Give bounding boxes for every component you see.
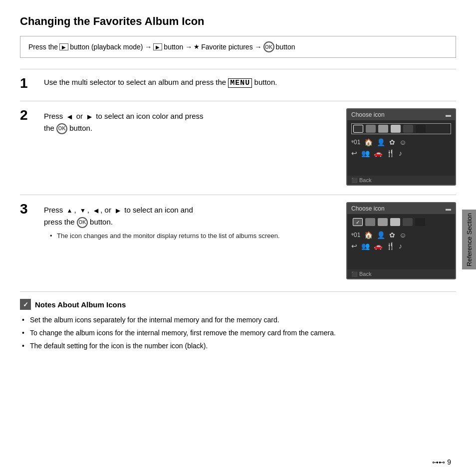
swatch-gray1: [366, 125, 376, 133]
step-2-number: 2: [20, 108, 38, 122]
icon-s-flower: ✿: [389, 231, 395, 239]
right-arrow-3: ▶: [113, 206, 122, 215]
battery-icon-2: ▬: [446, 112, 451, 118]
reference-tab-label: Reference Section: [466, 213, 473, 266]
bullet-1: The icon changes and the monitor display…: [50, 231, 337, 241]
notes-checkmark-icon: [20, 299, 31, 310]
swatch-gray3: [391, 125, 401, 133]
icon-s-house: 🏠: [364, 231, 373, 239]
screen-3-header: Choose icon ▬: [347, 203, 455, 214]
icon-row-3-1: ᵠ01 🏠 👤 ✿ ☺: [351, 231, 451, 239]
back-icon-2: ⬛: [351, 178, 357, 183]
page-icon: ⊶⊷: [432, 459, 445, 466]
back-icon-3: ⬛: [351, 271, 357, 277]
swatch-s4: [403, 218, 413, 226]
menu-label: MENU: [228, 78, 252, 88]
icon-row-2: ↩ 👥 🚗 🍴 ♪: [351, 149, 451, 157]
instruction-text-4: Favorite pictures →: [201, 42, 261, 52]
left-arrow-3: ◀: [91, 206, 100, 215]
step-3-number: 3: [20, 202, 38, 216]
swatch-gray2: [378, 125, 388, 133]
icon-flower: ✿: [389, 138, 395, 146]
step-3-bullets: The icon changes and the monitor display…: [44, 231, 337, 241]
reference-tab: Reference Section: [462, 210, 476, 269]
step-2-content: Press ◀ or ▶ to select an icon color and…: [44, 108, 337, 137]
ok-icon-inline: OK: [263, 41, 274, 52]
icon-row-1: ᵠ01 🏠 👤 ✿ ☺: [351, 138, 451, 146]
screen-2-header: Choose icon ▬: [347, 109, 455, 120]
screen-3-title: Choose icon: [351, 205, 385, 212]
swatch-check: ✓: [353, 218, 363, 226]
playback-icon: ▶: [59, 43, 68, 50]
icon-s-01: ᵠ01: [351, 232, 360, 238]
notes-section: Notes About Album Icons Set the album ic…: [20, 291, 456, 351]
down-arrow: ▼: [78, 206, 87, 215]
up-arrow: ▲: [65, 206, 74, 215]
swatch-dark: [403, 125, 413, 133]
page-number-area: ⊶⊷ 9: [432, 458, 451, 466]
icon-person: 👤: [377, 138, 385, 146]
swatch-darkest: [416, 125, 426, 133]
back-label-2: Back: [359, 177, 371, 183]
note-item-3: The default setting for the icon is the …: [22, 341, 456, 352]
step-3-inner: Press ▲, ▼, ◀, or ▶ to select an icon an…: [44, 202, 456, 279]
right-arrow-2: ▶: [85, 112, 94, 121]
icon-row-3-2: ↩ 👥 🚗 🍴 ♪: [351, 242, 451, 250]
left-arrow-2: ◀: [65, 112, 74, 121]
screen-2-title: Choose icon: [351, 111, 385, 118]
step-2-inner: Press ◀ or ▶ to select an icon color and…: [44, 108, 456, 186]
instruction-text-3: button →: [164, 42, 192, 52]
instruction-text-5: button: [276, 42, 295, 52]
icon-s-music: ♪: [399, 242, 402, 250]
note-item-1: Set the album icons separately for the i…: [22, 315, 456, 326]
camera-screen-2: Choose icon ▬ ᵠ01: [346, 108, 456, 186]
icon-face: ☺: [399, 138, 406, 146]
notes-header: Notes About Album Icons: [20, 299, 456, 310]
icon-food: 🍴: [386, 149, 395, 157]
step-3-text: Press ▲, ▼, ◀, or ▶ to select an icon an…: [44, 204, 337, 228]
color-row-2: [351, 123, 451, 134]
step-2: 2 Press ◀ or ▶ to select an icon color a…: [20, 101, 456, 186]
step-2-text: Press ◀ or ▶ to select an icon color and…: [44, 110, 337, 134]
instruction-text: Press the: [28, 42, 58, 52]
instruction-text-2: button (playback mode) →: [70, 42, 152, 52]
swatch-s2: [378, 218, 388, 226]
swatch-s3: [390, 218, 400, 226]
screen-3-footer: ⬛ Back: [347, 269, 455, 278]
icon-01: ᵠ01: [351, 139, 360, 146]
color-row-3: ✓: [351, 217, 451, 227]
page-num: 9: [447, 458, 451, 466]
step-3-content: Press ▲, ▼, ◀, or ▶ to select an icon an…: [44, 202, 337, 240]
instruction-box: Press the ▶ button (playback mode) → ▶ b…: [20, 36, 456, 58]
ok-btn-2: OK: [56, 123, 67, 134]
icon-s-car: 🚗: [374, 242, 382, 250]
icon-arrow: ↩: [351, 149, 357, 157]
step-1: 1 Use the multi selector to select an al…: [20, 69, 456, 92]
screen-2-body: ᵠ01 🏠 👤 ✿ ☺ ↩ 👥 🚗 🍴 ♪: [347, 120, 455, 163]
icon-people: 👥: [361, 149, 370, 157]
icon-s-person: 👤: [377, 231, 385, 239]
step-1-content: Use the multi selector to select an albu…: [44, 76, 456, 92]
battery-icon-3: ▬: [446, 206, 451, 212]
page: Changing the Favorites Album Icon Press …: [0, 0, 476, 476]
page-title: Changing the Favorites Album Icon: [20, 15, 456, 28]
icon-music: ♪: [399, 149, 402, 157]
ok-btn-3: OK: [77, 217, 88, 228]
screen-3-body: ✓ ᵠ01 🏠 👤 ✿ ☺: [347, 214, 455, 256]
icon-s-people: 👥: [361, 242, 370, 250]
icon-car: 🚗: [374, 149, 382, 157]
icon-house: 🏠: [364, 138, 373, 146]
icon-s-face: ☺: [399, 231, 406, 239]
step-1-text: Use the multi selector to select an albu…: [44, 76, 456, 89]
step-1-number: 1: [20, 76, 38, 90]
star-icon: ★: [194, 42, 200, 52]
playback-icon-2: ▶: [153, 43, 162, 50]
back-label-3: Back: [359, 271, 371, 277]
step-3: 3 Press ▲, ▼, ◀, or ▶ to select an icon …: [20, 195, 456, 279]
swatch-black: [353, 125, 363, 133]
note-item-2: To change the album icons for the intern…: [22, 328, 456, 339]
notes-title: Notes About Album Icons: [35, 300, 126, 309]
icon-s-arrow: ↩: [351, 242, 357, 250]
camera-screen-3: Choose icon ▬ ✓ ᵠ01: [346, 202, 456, 279]
notes-list: Set the album icons separately for the i…: [20, 315, 456, 351]
